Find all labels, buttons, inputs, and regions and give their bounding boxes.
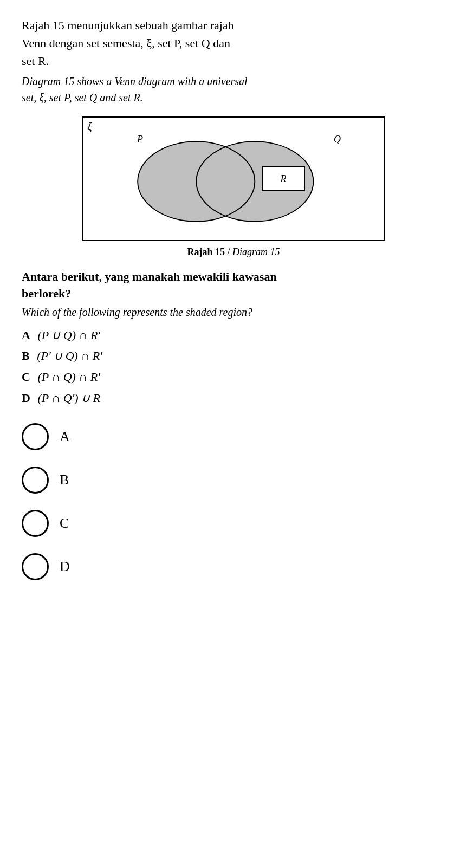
radio-label-d[interactable]: D <box>60 559 70 575</box>
option-b-text: B (P' ∪ Q) ∩ R' <box>22 348 445 365</box>
venn-svg <box>83 118 384 240</box>
radio-label-c[interactable]: C <box>60 515 69 532</box>
venn-diagram: ξ P Q <box>82 116 385 241</box>
radio-item-b[interactable]: B <box>22 467 445 494</box>
option-a-text: A (P ∪ Q) ∩ R' <box>22 327 445 344</box>
options-list: A (P ∪ Q) ∩ R' B (P' ∪ Q) ∩ R' C (P ∩ Q)… <box>22 327 445 407</box>
question-prompt-malay: Antara berikut, yang manakah mewakili ka… <box>22 269 445 302</box>
radio-item-a[interactable]: A <box>22 423 445 450</box>
diagram-caption: Rajah 15 / Diagram 15 <box>187 247 280 258</box>
option-c-text: C (P ∩ Q) ∩ R' <box>22 369 445 386</box>
radio-options-group: A B C D <box>22 423 445 580</box>
radio-item-d[interactable]: D <box>22 553 445 580</box>
caption-sep: / <box>225 247 232 257</box>
question-text-english: Diagram 15 shows a Venn diagram with a u… <box>22 73 445 106</box>
radio-item-c[interactable]: C <box>22 510 445 537</box>
r-box: R <box>262 166 305 191</box>
option-d-text: D (P ∩ Q') ∪ R <box>22 390 445 407</box>
question-prompt-english: Which of the following represents the sh… <box>22 305 445 320</box>
caption-diagram: Diagram 15 <box>232 247 280 257</box>
radio-c[interactable] <box>22 510 49 537</box>
radio-a[interactable] <box>22 423 49 450</box>
diagram-container: ξ P Q <box>22 116 445 258</box>
caption-rajah: Rajah 15 <box>187 247 225 257</box>
radio-b[interactable] <box>22 467 49 494</box>
radio-label-a[interactable]: A <box>60 429 70 445</box>
radio-d[interactable] <box>22 553 49 580</box>
radio-label-b[interactable]: B <box>60 472 69 488</box>
question-text-malay: Rajah 15 menunjukkan sebuah gambar rajah… <box>22 16 445 70</box>
